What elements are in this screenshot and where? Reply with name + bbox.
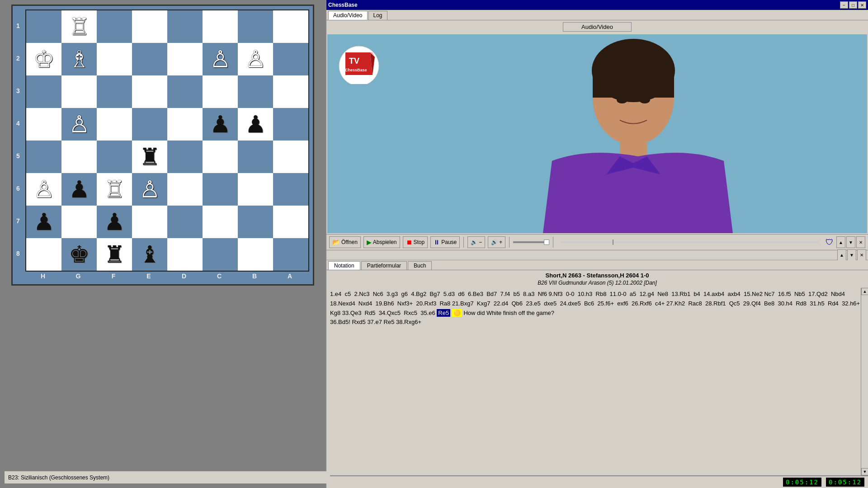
av-label: Audio/Video bbox=[563, 22, 632, 32]
tab-notation[interactable]: Notation bbox=[328, 261, 360, 270]
notation-scroll-down[interactable]: ▼ bbox=[847, 249, 856, 261]
square-g3[interactable] bbox=[61, 75, 97, 108]
notation-sb-down[interactable]: ▼ bbox=[861, 468, 868, 475]
volume-thumb[interactable] bbox=[544, 239, 549, 245]
play-button[interactable]: ▶ Abspielen bbox=[363, 236, 400, 248]
square-b4[interactable]: ♟ bbox=[238, 108, 273, 141]
square-h6[interactable]: ♙ bbox=[26, 173, 61, 206]
square-b5[interactable] bbox=[238, 141, 273, 173]
pause-button[interactable]: ⏸ Pause bbox=[430, 236, 460, 248]
square-e5[interactable]: ♜ bbox=[132, 141, 167, 173]
square-d1[interactable] bbox=[167, 10, 203, 43]
square-f7[interactable]: ♟ bbox=[97, 206, 132, 238]
open-button[interactable]: 📂 Öffnen bbox=[329, 236, 361, 248]
scroll-up-btn[interactable]: ▲ bbox=[836, 236, 845, 248]
rank-label-7: 7 bbox=[16, 217, 25, 225]
square-g5[interactable] bbox=[61, 141, 97, 173]
square-e2[interactable] bbox=[132, 43, 167, 75]
square-a8[interactable] bbox=[273, 238, 308, 271]
square-a2[interactable] bbox=[273, 43, 308, 75]
square-e6[interactable]: ♙ bbox=[132, 173, 167, 206]
square-d5[interactable] bbox=[167, 141, 203, 173]
square-d6[interactable] bbox=[167, 173, 203, 206]
minimize-button[interactable]: − bbox=[840, 1, 848, 9]
notation-scroll-up[interactable]: ▲ bbox=[837, 249, 846, 261]
square-c3[interactable] bbox=[203, 75, 238, 108]
tab-log[interactable]: Log bbox=[368, 11, 387, 20]
tab-audio-video[interactable]: Audio/Video bbox=[328, 11, 368, 20]
square-c1[interactable] bbox=[203, 10, 238, 43]
square-c2[interactable]: ♙ bbox=[203, 43, 238, 75]
square-g6[interactable]: ♟ bbox=[61, 173, 97, 206]
close-button[interactable]: ✕ bbox=[858, 1, 866, 9]
square-a4[interactable] bbox=[273, 108, 308, 141]
square-c8[interactable] bbox=[203, 238, 238, 271]
square-c7[interactable] bbox=[203, 206, 238, 238]
square-b7[interactable] bbox=[238, 206, 273, 238]
square-d8[interactable] bbox=[167, 238, 203, 271]
square-b3[interactable] bbox=[238, 75, 273, 108]
square-a7[interactable] bbox=[273, 206, 308, 238]
square-h7[interactable]: ♟ bbox=[26, 206, 61, 238]
square-c4[interactable]: ♟ bbox=[203, 108, 238, 141]
square-d2[interactable] bbox=[167, 43, 203, 75]
video-placeholder: TV ChessBase bbox=[327, 34, 867, 233]
volume-slider[interactable] bbox=[513, 241, 549, 243]
square-h5[interactable] bbox=[26, 141, 61, 173]
square-g7[interactable] bbox=[61, 206, 97, 238]
square-d4[interactable] bbox=[167, 108, 203, 141]
square-e8[interactable]: ♝ bbox=[132, 238, 167, 271]
square-d7[interactable] bbox=[167, 206, 203, 238]
square-g4[interactable]: ♙ bbox=[61, 108, 97, 141]
square-a1[interactable] bbox=[273, 10, 308, 43]
square-b8[interactable] bbox=[238, 238, 273, 271]
square-f1[interactable] bbox=[97, 10, 132, 43]
tab-partieformular[interactable]: Partieformular bbox=[361, 261, 407, 270]
close-panel-btn[interactable]: ✕ bbox=[856, 236, 865, 248]
square-b2[interactable]: ♙ bbox=[238, 43, 273, 75]
square-e1[interactable] bbox=[132, 10, 167, 43]
square-f3[interactable] bbox=[97, 75, 132, 108]
square-d3[interactable] bbox=[167, 75, 203, 108]
square-c5[interactable] bbox=[203, 141, 238, 173]
square-g2[interactable]: ♗ bbox=[61, 43, 97, 75]
square-h3[interactable] bbox=[26, 75, 61, 108]
square-a3[interactable] bbox=[273, 75, 308, 108]
square-f2[interactable] bbox=[97, 43, 132, 75]
square-h1[interactable] bbox=[26, 10, 61, 43]
square-b1[interactable] bbox=[238, 10, 273, 43]
square-b6[interactable] bbox=[238, 173, 273, 206]
notation-close[interactable]: ✕ bbox=[857, 249, 866, 261]
scroll-down-btn[interactable]: ▼ bbox=[846, 236, 855, 248]
square-f5[interactable] bbox=[97, 141, 132, 173]
file-label-a: A bbox=[272, 272, 307, 280]
tab-buch[interactable]: Buch bbox=[408, 261, 432, 270]
square-f8[interactable]: ♜ bbox=[97, 238, 132, 271]
chess-board[interactable]: ♖ ♔ ♗ ♙ ♙ bbox=[25, 9, 309, 272]
piece-e8: ♝ bbox=[139, 243, 160, 266]
square-h8[interactable] bbox=[26, 238, 61, 271]
vol-down-button[interactable]: 🔉 − bbox=[467, 236, 485, 248]
seek-bar[interactable] bbox=[561, 241, 819, 243]
square-f4[interactable] bbox=[97, 108, 132, 141]
rank-label-2: 2 bbox=[16, 55, 25, 62]
square-g1[interactable]: ♖ bbox=[61, 10, 97, 43]
highlight-move[interactable]: Re5 bbox=[437, 309, 450, 317]
vol-down-icon: 🔉 bbox=[471, 239, 477, 245]
square-h2[interactable]: ♔ bbox=[26, 43, 61, 75]
square-e7[interactable] bbox=[132, 206, 167, 238]
square-h4[interactable] bbox=[26, 108, 61, 141]
stop-button[interactable]: ⏹ Stop bbox=[403, 236, 428, 248]
maximize-button[interactable]: □ bbox=[849, 1, 857, 9]
square-a6[interactable] bbox=[273, 173, 308, 206]
vol-up-button[interactable]: 🔊 + bbox=[488, 236, 505, 248]
square-e4[interactable] bbox=[132, 108, 167, 141]
square-a5[interactable] bbox=[273, 141, 308, 173]
square-e3[interactable] bbox=[132, 75, 167, 108]
notation-sb-up[interactable]: ▲ bbox=[861, 288, 868, 295]
square-c6[interactable] bbox=[203, 173, 238, 206]
notation-sb-track[interactable] bbox=[861, 295, 868, 468]
square-g8[interactable]: ♚ bbox=[61, 238, 97, 271]
square-f6[interactable]: ♖ bbox=[97, 173, 132, 206]
moves-area[interactable]: 1.e4 c5 2.Nc3 Nc6 3.g3 g6 4.Bg2 Bg7 5.d3… bbox=[326, 288, 868, 475]
